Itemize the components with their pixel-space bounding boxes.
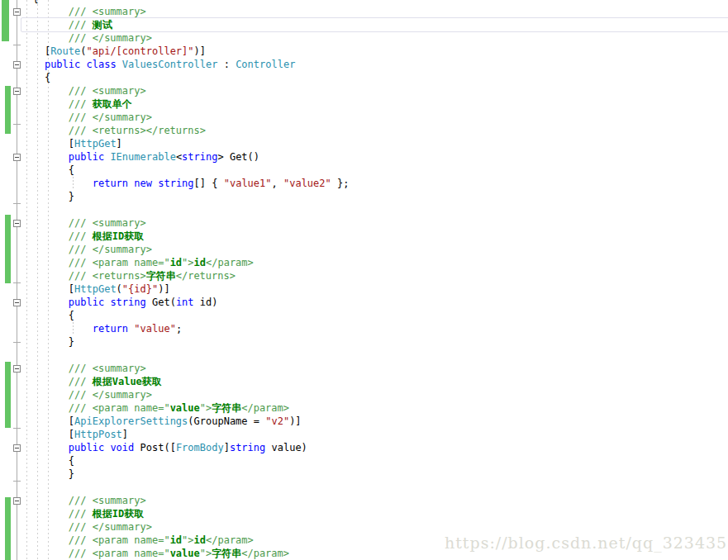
code-line[interactable]: [HttpPost] — [21, 428, 349, 441]
code-line[interactable]: } — [21, 467, 349, 481]
fold-toggle[interactable] — [13, 88, 21, 95]
code-line[interactable]: /// </summary> — [21, 243, 349, 256]
fold-toggle[interactable] — [13, 154, 21, 161]
code-line[interactable]: /// 根据ID获取 — [21, 230, 349, 243]
change-indicator — [2, 0, 9, 41]
fold-toggle[interactable] — [13, 8, 21, 16]
code-line[interactable] — [21, 203, 349, 216]
code-line[interactable]: { — [21, 71, 349, 84]
code-line[interactable]: /// <param name="id">id</param> — [21, 534, 349, 547]
minus-icon — [15, 501, 19, 501]
code-line[interactable]: return "value"; — [21, 322, 349, 335]
fold-toggle[interactable] — [13, 497, 21, 505]
fold-region-end — [13, 203, 21, 204]
code-line[interactable]: /// <summary> — [21, 84, 349, 97]
fold-region-end — [13, 481, 21, 482]
code-line[interactable]: public string Get(int id) — [21, 296, 349, 309]
code-line[interactable]: public IEnumerable<string> Get() — [21, 150, 349, 164]
code-line[interactable]: { — [21, 164, 349, 177]
change-indicator — [5, 362, 11, 428]
code-line[interactable]: { — [21, 454, 349, 467]
minus-icon — [15, 91, 19, 92]
minus-icon — [15, 12, 19, 12]
code-editor[interactable]: { /// <summary> /// 测试 /// </summary> [R… — [0, 0, 728, 560]
code-line[interactable]: } — [21, 190, 349, 203]
fold-region-end — [13, 428, 21, 429]
fold-toggle[interactable] — [13, 61, 21, 69]
fold-region-end — [13, 124, 21, 125]
code-line[interactable]: /// <summary> — [21, 5, 349, 18]
code-line[interactable]: [Route("api/[controller]")] — [21, 45, 349, 58]
fold-toggle[interactable] — [13, 299, 21, 306]
watermark-text: https://blog.csdn.net/qq_32343577 — [445, 534, 728, 552]
code-line[interactable]: /// 根据ID获取 — [21, 507, 349, 520]
minus-icon — [15, 223, 19, 224]
fold-toggle[interactable] — [13, 365, 21, 373]
code-line[interactable]: /// <param name="id">id</param> — [21, 256, 349, 269]
code-line[interactable]: /// <param name="value">字符串</param> — [21, 547, 349, 560]
code-line[interactable]: public void Post([FromBody]string value) — [21, 441, 349, 454]
fold-margin-line — [17, 0, 17, 560]
fold-region-end — [13, 45, 21, 45]
code-line[interactable]: /// </summary> — [21, 388, 349, 401]
code-line[interactable]: /// 测试 — [21, 18, 349, 31]
code-line[interactable]: /// 根据Value获取 — [21, 375, 349, 388]
fold-region-end — [13, 342, 21, 343]
code-lines[interactable]: { /// <summary> /// 测试 /// </summary> [R… — [21, 0, 349, 560]
code-line[interactable]: /// </summary> — [21, 31, 349, 45]
code-line[interactable]: return new string[] { "value1", "value2"… — [21, 177, 349, 190]
code-line[interactable]: public class ValuesController : Controll… — [21, 58, 349, 71]
fold-region-end — [13, 282, 21, 283]
code-line[interactable]: /// </summary> — [21, 111, 349, 124]
minus-icon — [15, 302, 19, 303]
code-line[interactable] — [21, 481, 349, 494]
minus-icon — [15, 368, 19, 369]
code-line[interactable]: [ApiExplorerSettings(GroupName = "v2")] — [21, 415, 349, 428]
code-line[interactable]: { — [21, 309, 349, 322]
minus-icon — [15, 64, 19, 65]
code-line[interactable]: [HttpGet] — [21, 137, 349, 150]
fold-toggle[interactable] — [13, 444, 21, 452]
code-line[interactable]: /// <returns></returns> — [21, 124, 349, 137]
minus-icon — [15, 157, 19, 158]
change-indicator — [5, 215, 11, 283]
code-line[interactable]: /// <summary> — [21, 216, 349, 230]
code-line[interactable]: /// </summary> — [21, 520, 349, 534]
code-line[interactable]: /// <returns>字符串</returns> — [21, 269, 349, 282]
code-line[interactable]: } — [21, 335, 349, 349]
minus-icon — [15, 448, 19, 448]
code-line[interactable]: [HttpGet("{id}")] — [21, 282, 349, 296]
code-line[interactable]: /// <param name="value">字符串</param> — [21, 401, 349, 415]
code-line[interactable]: /// <summary> — [21, 494, 349, 507]
change-indicator — [5, 86, 11, 134]
code-line[interactable]: /// <summary> — [21, 362, 349, 375]
fold-toggle[interactable] — [13, 220, 21, 227]
code-line[interactable]: /// 获取单个 — [21, 97, 349, 111]
code-line[interactable] — [21, 349, 349, 362]
change-indicator — [5, 497, 11, 560]
